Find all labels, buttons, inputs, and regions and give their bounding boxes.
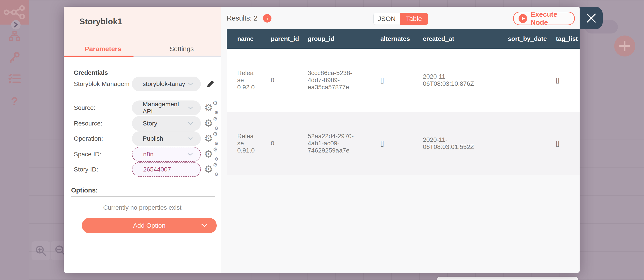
column-header-parent_id: parent_id: [260, 29, 297, 49]
info-icon[interactable]: [263, 14, 272, 22]
field-label: Space ID:: [74, 151, 101, 158]
checklist-icon: [8, 74, 20, 84]
field-value: Publish: [143, 135, 163, 142]
table-header-row: nameparent_idgroup_idalternatescreated_a…: [227, 29, 580, 49]
credential-select[interactable]: storyblok-tanay: [132, 77, 201, 91]
add-option-button[interactable]: Add Option: [82, 218, 217, 233]
execute-node-label: Execute Node: [531, 10, 574, 26]
key-icon: [9, 52, 20, 63]
sidebar-item-workflows[interactable]: [0, 31, 29, 41]
table-cell: []: [546, 112, 580, 175]
node-panel-header: Storyblok1 Parameters Settings: [64, 7, 221, 57]
field-label: Resource:: [74, 120, 102, 127]
table-cell: 52aa22d4-2970-4ab1-ac09-74629259aa7e: [297, 112, 370, 175]
table-cell: [497, 112, 546, 175]
sidebar-expand-button[interactable]: [11, 20, 20, 29]
active-tab-underline: [64, 56, 134, 57]
table-cell: 0: [260, 49, 297, 112]
gears-icon[interactable]: ⚙⚙⚙: [204, 132, 219, 145]
space-id-select[interactable]: n8n: [132, 147, 201, 162]
results-count-label: Results: 2: [227, 14, 258, 22]
close-modal-button[interactable]: [580, 7, 603, 29]
chevron-down-icon: [188, 107, 193, 109]
field-label: Source:: [74, 104, 96, 111]
sitemap-icon: [9, 31, 20, 41]
table-cell: []: [370, 112, 412, 175]
chevron-right-icon: [14, 22, 18, 27]
credential-value: storyblok-tanay: [143, 80, 185, 88]
field-label: Operation:: [74, 135, 103, 142]
execute-node-button[interactable]: Execute Node: [513, 12, 575, 25]
gears-icon[interactable]: ⚙⚙⚙: [204, 101, 219, 114]
field-value: Management API: [143, 101, 188, 115]
add-node-button[interactable]: [614, 35, 635, 56]
table-cell: 2020-11-06T08:03:10.876Z: [412, 49, 497, 112]
add-option-label: Add Option: [133, 222, 166, 229]
zoom-in-button[interactable]: [32, 241, 50, 260]
table-row: Release 0.91.0052aa22d4-2970-4ab1-ac09-7…: [227, 112, 580, 175]
field-row-space-id: Space ID: n8n ⚙⚙⚙: [74, 147, 218, 162]
table-row: Release 0.92.003ccc86ca-5238-4dd7-8989-e…: [227, 49, 580, 112]
field-row-story-id: Story ID: 26544007 ⚙⚙⚙: [74, 162, 218, 177]
table-cell: [497, 49, 546, 112]
chevron-down-icon: [188, 153, 193, 156]
credential-row: Storyblok Managem... storyblok-tanay: [74, 77, 218, 91]
field-row-operation: Operation: Publish ⚙⚙⚙: [74, 131, 218, 146]
table-cell: []: [546, 49, 580, 112]
results-view-toggle: JSON Table: [374, 13, 428, 25]
chevron-down-icon: [188, 83, 193, 86]
node-title: Storyblok1: [80, 17, 122, 26]
tab-settings[interactable]: Settings: [142, 42, 221, 56]
close-icon: [586, 13, 596, 23]
options-heading: Options:: [71, 187, 98, 194]
sidebar-item-help[interactable]: ?: [0, 95, 29, 108]
tab-parameters[interactable]: Parameters: [64, 42, 142, 56]
column-header-sort_by_date: sort_by_date: [497, 29, 546, 49]
edit-pencil-icon[interactable]: [206, 80, 214, 88]
table-cell: Release 0.91.0: [227, 112, 260, 175]
options-empty-text: Currently no properties exist: [64, 204, 221, 211]
gears-icon[interactable]: ⚙⚙⚙: [204, 117, 219, 130]
field-value: 26544007: [143, 166, 171, 173]
options-divider: [71, 196, 215, 196]
source-select[interactable]: Management API: [132, 101, 201, 115]
app-sidebar: ?: [0, 0, 29, 280]
table-cell: 3ccc86ca-5238-4dd7-8989-ea35ca57877e: [297, 49, 370, 112]
question-mark-icon: ?: [11, 95, 18, 108]
gears-icon[interactable]: ⚙⚙⚙: [204, 163, 219, 176]
sidebar-item-executions[interactable]: [0, 74, 29, 84]
chevron-down-icon: [202, 224, 207, 227]
resource-select[interactable]: Story: [132, 116, 201, 131]
n8n-logo-icon: [3, 5, 26, 20]
node-settings-modal: Storyblok1 Parameters Settings Credentia…: [64, 7, 580, 273]
field-value: Story: [143, 120, 157, 127]
table-cell: Release 0.92.0: [227, 49, 260, 112]
zoom-in-icon: [35, 245, 47, 257]
chevron-down-icon: [188, 122, 193, 125]
chevron-down-icon: [188, 137, 193, 140]
column-header-created_at: created_at: [412, 29, 497, 49]
field-row-source: Source: Management API ⚙⚙⚙: [74, 101, 218, 115]
credential-label: Storyblok Managem...: [74, 80, 130, 88]
bottom-panel-edge: [437, 277, 578, 280]
field-label: Story ID:: [74, 166, 98, 173]
results-line: Results: 2: [227, 13, 272, 23]
column-header-tag_list: tag_list: [546, 29, 580, 49]
story-id-input[interactable]: 26544007: [132, 162, 201, 177]
node-parameters-panel: Storyblok1 Parameters Settings Credentia…: [64, 7, 221, 273]
gears-icon[interactable]: ⚙⚙⚙: [204, 148, 219, 161]
table-cell: 0: [260, 112, 297, 175]
column-header-group_id: group_id: [297, 29, 370, 49]
toggle-table[interactable]: Table: [400, 13, 428, 25]
credentials-heading: Credentials: [74, 69, 108, 76]
column-header-name: name: [227, 29, 260, 49]
field-row-resource: Resource: Story ⚙⚙⚙: [74, 116, 218, 131]
sidebar-item-credentials[interactable]: [0, 52, 29, 63]
results-table: nameparent_idgroup_idalternatescreated_a…: [227, 29, 580, 175]
node-results-panel: Results: 2 JSON Table Execute Node namep…: [221, 7, 580, 273]
results-table-wrap: nameparent_idgroup_idalternatescreated_a…: [227, 29, 580, 175]
table-cell: 2020-11-06T08:03:01.552Z: [412, 112, 497, 175]
field-value: n8n: [143, 151, 154, 158]
operation-select[interactable]: Publish: [132, 131, 201, 146]
toggle-json[interactable]: JSON: [374, 13, 400, 25]
